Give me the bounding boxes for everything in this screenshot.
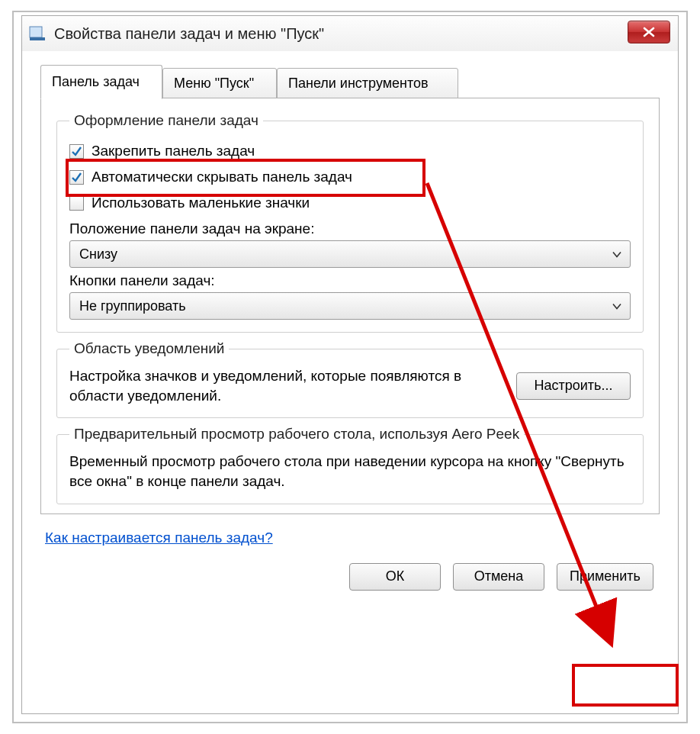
customize-button[interactable]: Настроить... bbox=[516, 372, 631, 400]
checkbox-autohide[interactable] bbox=[69, 170, 84, 185]
app-icon bbox=[28, 24, 47, 43]
help-link[interactable]: Как настраивается панель задач? bbox=[45, 530, 273, 546]
dialog-button-row: ОК Отмена Применить bbox=[40, 546, 660, 607]
close-button[interactable] bbox=[628, 21, 670, 43]
buttons-label: Кнопки панели задач: bbox=[69, 272, 631, 289]
chevron-down-icon bbox=[612, 246, 622, 262]
tab-start-menu[interactable]: Меню "Пуск" bbox=[162, 68, 277, 98]
checkbox-small-icons[interactable] bbox=[69, 196, 84, 211]
svg-rect-0 bbox=[30, 27, 42, 37]
checkbox-lock[interactable] bbox=[69, 144, 84, 159]
window-title: Свойства панели задач и меню "Пуск" bbox=[54, 25, 324, 43]
apply-button[interactable]: Применить bbox=[557, 563, 653, 591]
client-area: Панель задач Меню "Пуск" Панели инструме… bbox=[22, 51, 678, 713]
combobox-value: Не группировать bbox=[79, 298, 186, 314]
tab-toolbars[interactable]: Панели инструментов bbox=[277, 68, 458, 98]
group-legend: Область уведомлений bbox=[69, 340, 229, 357]
position-combobox[interactable]: Снизу bbox=[69, 240, 631, 268]
link-text: Как настраивается панель задач? bbox=[45, 530, 273, 546]
checkbox-row-small-icons: Использовать маленькие значки bbox=[69, 190, 631, 216]
group-aero-peek: Предварительный просмотр рабочего стола,… bbox=[56, 426, 644, 504]
checkbox-label: Автоматически скрывать панель задач bbox=[92, 169, 352, 185]
combobox-value: Снизу bbox=[79, 246, 117, 262]
button-label: Настроить... bbox=[535, 378, 613, 394]
group-notifications: Область уведомлений Настройка значков и … bbox=[56, 340, 644, 418]
tab-panel-taskbar: Оформление панели задач Закрепить панель… bbox=[40, 98, 660, 514]
checkbox-row-lock: Закрепить панель задач bbox=[69, 138, 631, 164]
button-label: Применить bbox=[570, 568, 641, 584]
svg-rect-1 bbox=[30, 37, 45, 40]
checkmark-icon bbox=[71, 172, 82, 183]
checkbox-label: Использовать маленькие значки bbox=[92, 195, 310, 211]
button-label: ОК bbox=[386, 568, 405, 584]
aero-peek-text: Временный просмотр рабочего стола при на… bbox=[69, 452, 631, 491]
group-appearance: Оформление панели задач Закрепить панель… bbox=[56, 112, 644, 333]
group-legend: Оформление панели задач bbox=[69, 112, 263, 129]
position-label: Положение панели задач на экране: bbox=[69, 221, 631, 237]
tab-taskbar[interactable]: Панель задач bbox=[40, 65, 162, 99]
chevron-down-icon bbox=[612, 298, 622, 314]
outer-frame: Свойства панели задач и меню "Пуск" Пане… bbox=[12, 11, 688, 723]
close-icon bbox=[642, 27, 656, 37]
ok-button[interactable]: ОК bbox=[349, 563, 441, 591]
checkmark-icon bbox=[71, 146, 82, 157]
checkbox-row-autohide: Автоматически скрывать панель задач bbox=[69, 164, 631, 190]
group-legend: Предварительный просмотр рабочего стола,… bbox=[69, 426, 524, 443]
tab-strip: Панель задач Меню "Пуск" Панели инструме… bbox=[40, 65, 660, 98]
dialog-window: Свойства панели задач и меню "Пуск" Пане… bbox=[21, 15, 679, 714]
checkbox-label: Закрепить панель задач bbox=[92, 143, 255, 159]
buttons-combobox[interactable]: Не группировать bbox=[69, 292, 631, 320]
titlebar: Свойства панели задач и меню "Пуск" bbox=[22, 16, 678, 51]
tab-label: Меню "Пуск" bbox=[174, 76, 254, 92]
tab-label: Панели инструментов bbox=[288, 76, 429, 92]
cancel-button[interactable]: Отмена bbox=[453, 563, 544, 591]
button-label: Отмена bbox=[474, 568, 524, 584]
tab-label: Панель задач bbox=[52, 74, 140, 90]
notifications-text: Настройка значков и уведомлений, которые… bbox=[69, 366, 507, 405]
